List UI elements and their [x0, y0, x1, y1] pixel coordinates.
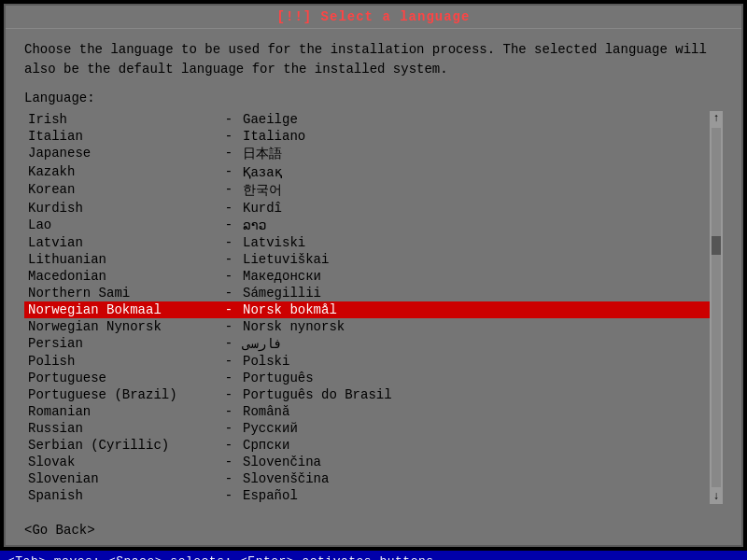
language-dash: - [215, 387, 243, 402]
language-dash: - [215, 217, 243, 233]
language-native-name: Slovenščina [243, 471, 329, 486]
list-item[interactable]: Korean-한국어 [24, 181, 723, 200]
list-item[interactable]: Persian-فارسی [24, 335, 723, 353]
language-dash: - [215, 269, 243, 284]
language-label: Language: [24, 91, 723, 105]
language-name: Portuguese [28, 371, 215, 385]
language-native-name: Polski [243, 354, 289, 369]
list-item[interactable]: Kazakh-Қазақ [24, 163, 723, 181]
language-native-name: Русский [243, 421, 298, 436]
language-dash: - [215, 182, 243, 199]
list-item[interactable]: Portuguese (Brazil)-Português do Brasil [24, 386, 723, 403]
language-dash: - [215, 112, 243, 127]
language-native-name: 日本語 [243, 146, 282, 162]
list-item[interactable]: Italian-Italiano [24, 128, 723, 145]
go-back-area: <Go Back> [6, 515, 741, 545]
description: Choose the language to be used for the i… [24, 40, 723, 79]
language-dash: - [215, 129, 243, 144]
language-name: Kurdish [28, 201, 215, 216]
list-item[interactable]: Northern Sami-Sámegillii [24, 285, 723, 301]
language-name: Irish [28, 112, 215, 127]
list-item[interactable]: Slovak-Slovenčina [24, 454, 723, 470]
language-native-name: Português [243, 371, 314, 385]
go-back-button[interactable]: <Go Back> [24, 523, 95, 538]
scroll-down-button[interactable]: ↓ [712, 489, 719, 504]
language-native-name: Македонски [243, 269, 321, 284]
language-dash: - [215, 455, 243, 469]
language-dash: - [215, 252, 243, 267]
status-text: <Tab> moves; <Space> selects; <Enter> ac… [7, 554, 434, 560]
list-item[interactable]: Norwegian Bokmaal-Norsk bokmål [24, 301, 723, 318]
list-item[interactable]: Spanish-Español [24, 487, 723, 504]
scroll-up-button[interactable]: ↑ [712, 111, 719, 126]
list-item[interactable]: Norwegian Nynorsk-Norsk nynorsk [24, 318, 723, 335]
language-name: Lithuanian [28, 252, 215, 267]
language-dash: - [215, 354, 243, 369]
window-title: [!!] Select a language [277, 9, 471, 24]
language-native-name: Slovenčina [243, 455, 321, 469]
description-line1: Choose the language to be used for the i… [24, 40, 723, 60]
language-name: Italian [28, 129, 215, 144]
language-dash: - [215, 146, 243, 162]
language-name: Kazakh [28, 164, 215, 180]
status-bar: <Tab> moves; <Space> selects; <Enter> ac… [0, 551, 747, 560]
language-dash: - [215, 488, 243, 503]
list-item[interactable]: Japanese-日本語 [24, 145, 723, 163]
list-item[interactable]: Lao-ລາວ [24, 217, 723, 234]
list-item[interactable]: Polish-Polski [24, 353, 723, 370]
language-name: Norwegian Bokmaal [28, 302, 215, 317]
description-line2: also be the default language for the ins… [24, 60, 723, 79]
language-native-name: 한국어 [243, 182, 282, 199]
language-dash: - [215, 336, 243, 352]
language-name: Norwegian Nynorsk [28, 319, 215, 334]
list-item[interactable]: Kurdish-Kurdî [24, 200, 723, 217]
language-name: Russian [28, 421, 215, 436]
language-name: Portuguese (Brazil) [28, 387, 215, 402]
language-native-name: Español [243, 488, 298, 503]
language-dash: - [215, 421, 243, 436]
language-name: Korean [28, 182, 215, 199]
language-dash: - [215, 164, 243, 180]
language-name: Japanese [28, 146, 215, 162]
list-item[interactable]: Macedonian-Македонски [24, 268, 723, 285]
content-area: Choose the language to be used for the i… [6, 29, 741, 515]
list-item[interactable]: Irish-Gaeilge [24, 111, 723, 128]
list-item[interactable]: Slovenian-Slovenščina [24, 470, 723, 487]
language-native-name: Română [243, 404, 289, 419]
language-dash: - [215, 404, 243, 419]
language-dash: - [215, 286, 243, 301]
language-native-name: Norsk bokmål [243, 302, 337, 317]
language-name: Persian [28, 336, 215, 352]
language-name: Serbian (Cyrillic) [28, 438, 215, 453]
language-native-name: Norsk nynorsk [243, 319, 345, 334]
language-dash: - [215, 371, 243, 385]
list-item[interactable]: Lithuanian-Lietuviškai [24, 251, 723, 268]
language-native-name: فارسی [243, 336, 282, 352]
language-list[interactable]: Irish-GaeilgeItalian-ItalianoJapanese-日本… [24, 111, 723, 504]
language-native-name: Kurdî [243, 201, 282, 216]
language-list-wrapper: Irish-GaeilgeItalian-ItalianoJapanese-日本… [24, 111, 723, 504]
language-dash: - [215, 319, 243, 334]
list-item[interactable]: Portuguese-Português [24, 370, 723, 386]
language-name: Polish [28, 354, 215, 369]
list-item[interactable]: Serbian (Cyrillic)-Српски [24, 437, 723, 454]
language-name: Lao [28, 217, 215, 233]
language-native-name: Қазақ [243, 164, 282, 180]
language-native-name: Српски [243, 438, 289, 453]
language-dash: - [215, 201, 243, 216]
language-name: Slovenian [28, 471, 215, 486]
list-item[interactable]: Romanian-Română [24, 403, 723, 420]
main-window: [!!] Select a language Choose the langua… [4, 4, 743, 547]
language-native-name: Gaeilge [243, 112, 298, 127]
scroll-thumb[interactable] [712, 236, 721, 255]
language-native-name: Sámegillii [243, 286, 321, 301]
language-native-name: Lietuviškai [243, 252, 329, 267]
language-name: Latvian [28, 235, 215, 250]
scrollbar[interactable]: ↑ ↓ [710, 111, 723, 504]
language-native-name: Português do Brasil [243, 387, 392, 402]
title-bar: [!!] Select a language [6, 6, 741, 29]
language-name: Slovak [28, 455, 215, 469]
list-item[interactable]: Russian-Русский [24, 420, 723, 437]
list-item[interactable]: Latvian-Latviski [24, 234, 723, 251]
scroll-track [712, 128, 721, 487]
